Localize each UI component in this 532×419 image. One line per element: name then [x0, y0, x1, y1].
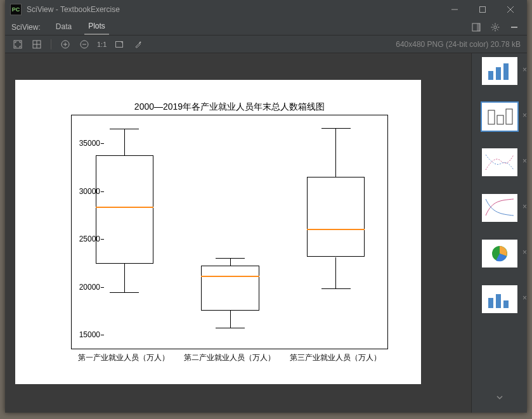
median-line	[307, 229, 365, 230]
svg-rect-41	[503, 300, 509, 308]
whisker	[335, 128, 336, 177]
whisker-cap	[216, 328, 245, 328]
hide-icon[interactable]	[508, 21, 521, 34]
titlebar: PC SciView - TextbookExercise	[5, 0, 527, 19]
zoom-in-icon[interactable]	[59, 38, 72, 51]
svg-rect-34	[482, 148, 517, 176]
close-icon[interactable]: ×	[521, 112, 528, 119]
eyedropper-icon[interactable]	[132, 38, 145, 51]
whisker	[335, 257, 336, 289]
plot-thumbnail[interactable]	[482, 240, 517, 268]
svg-rect-1	[480, 7, 486, 13]
svg-line-14	[493, 29, 494, 30]
chart-axes	[71, 115, 388, 349]
svg-rect-16	[14, 41, 22, 48]
whisker-cap	[321, 288, 351, 289]
svg-rect-5	[477, 23, 480, 31]
svg-line-11	[493, 24, 494, 25]
svg-line-12	[497, 29, 498, 30]
svg-point-6	[494, 25, 496, 28]
chevron-down-icon[interactable]	[495, 393, 504, 404]
tab-data[interactable]: Data	[52, 20, 75, 34]
y-tick-label: 15000	[62, 330, 100, 339]
thumbnail-sidebar: ××××××	[471, 53, 527, 413]
close-icon[interactable]: ×	[521, 248, 528, 256]
plot-canvas: 2000—2019年各产业就业人员年末总人数箱线图 15000200002500…	[15, 80, 421, 384]
whisker	[124, 264, 125, 292]
median-line	[201, 276, 259, 277]
whisker-cap	[321, 128, 351, 129]
svg-rect-40	[496, 294, 501, 308]
box	[96, 155, 154, 264]
export-icon[interactable]	[113, 38, 126, 51]
plot-thumbnail[interactable]	[482, 103, 517, 131]
close-icon[interactable]: ×	[521, 294, 528, 302]
svg-rect-28	[496, 67, 501, 80]
maximize-button[interactable]	[469, 1, 496, 18]
window-mode-icon[interactable]	[470, 21, 483, 34]
whisker-cap	[110, 129, 139, 129]
gear-icon[interactable]	[489, 21, 502, 34]
plot-thumbnail[interactable]	[482, 57, 517, 85]
close-icon[interactable]: ×	[521, 203, 528, 210]
whisker	[124, 129, 125, 155]
svg-rect-35	[482, 194, 517, 222]
y-tick-label: 35000	[62, 139, 100, 148]
close-icon[interactable]: ×	[521, 157, 528, 165]
plot-viewport[interactable]: 2000—2019年各产业就业人员年末总人数箱线图 15000200002500…	[5, 53, 471, 413]
panel-label: SciView:	[11, 23, 41, 32]
y-tick-label: 30000	[62, 187, 100, 196]
chart-title: 2000—2019年各产业就业人员年末总人数箱线图	[71, 101, 388, 113]
close-button[interactable]	[496, 1, 524, 18]
tab-plots[interactable]: Plots	[84, 19, 109, 35]
minimize-button[interactable]	[441, 1, 469, 18]
plot-thumbnail[interactable]	[482, 194, 517, 222]
y-tick-label: 25000	[62, 235, 100, 243]
window-title: SciView - TextbookExercise	[27, 5, 120, 14]
x-tick-label: 第三产业就业人员（万人）	[285, 352, 386, 363]
box	[201, 266, 259, 311]
x-tick-label: 第一产业就业人员（万人）	[73, 352, 174, 363]
y-tick-label: 20000	[62, 283, 100, 292]
sciview-window: PC SciView - TextbookExercise SciView: D…	[5, 0, 527, 413]
whisker	[230, 258, 231, 266]
x-tick-label: 第二产业就业人员（万人）	[179, 352, 280, 363]
zoom-reset-button[interactable]: 1:1	[97, 38, 107, 51]
fit-icon[interactable]	[11, 38, 24, 51]
zoom-out-icon[interactable]	[78, 38, 91, 51]
plot-thumbnail[interactable]	[482, 148, 517, 176]
box	[307, 177, 365, 257]
svg-rect-27	[488, 71, 493, 80]
svg-rect-29	[503, 63, 509, 80]
grid-icon[interactable]	[30, 38, 43, 51]
svg-rect-39	[488, 298, 493, 308]
plot-thumbnail[interactable]	[482, 285, 517, 313]
image-info: 640x480 PNG (24-bit color) 20.78 kB	[396, 40, 521, 49]
close-icon[interactable]: ×	[521, 66, 528, 74]
svg-line-13	[497, 24, 498, 25]
menubar: SciView: Data Plots	[5, 19, 527, 35]
toolbar: 1:1 640x480 PNG (24-bit color) 20.78 kB	[5, 35, 527, 53]
app-icon: PC	[10, 4, 22, 15]
whisker-cap	[216, 258, 245, 259]
whisker-cap	[110, 292, 139, 293]
whisker	[230, 311, 231, 328]
content-area: 2000—2019年各产业就业人员年末总人数箱线图 15000200002500…	[5, 53, 527, 413]
median-line	[96, 207, 154, 208]
